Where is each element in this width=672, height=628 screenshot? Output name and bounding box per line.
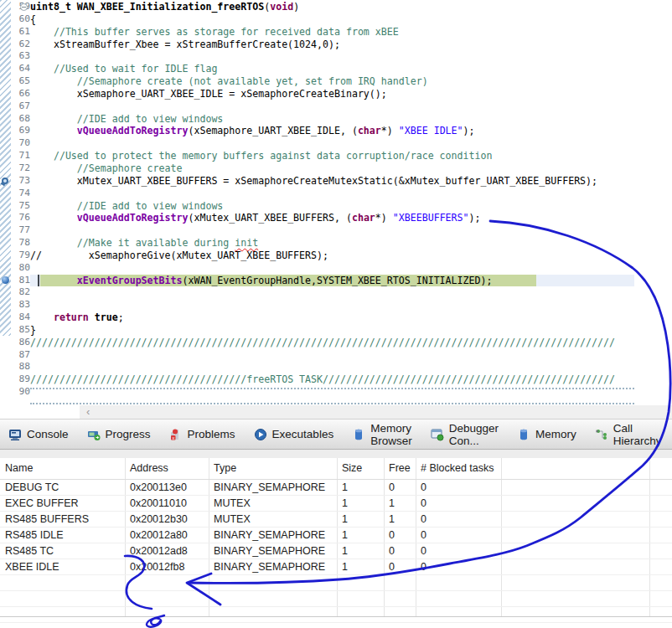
tab-label: Executables [272,428,334,440]
breakpoint-marker-icon[interactable] [2,276,9,284]
column-header[interactable]: Name [0,462,33,474]
table-cell: 0x200113e0 [125,481,187,493]
code-line[interactable]: 84 return true; [0,311,672,324]
table-cell: 1 [337,497,348,509]
code-line[interactable]: 76 vQueueAddToRegistry(xMutex_UART_XBEE_… [0,212,672,224]
code-line[interactable]: 68 //IDE add to view windows [0,113,672,126]
table-row[interactable]: RS485 IDLE0x20012a80BINARY_SEMAPHORE100 [0,528,672,543]
line-number: 68 [12,113,30,126]
code-line[interactable]: 80 [0,262,672,275]
table-cell: 0x20011010 [125,497,187,509]
table-cell: RS485 TC [0,545,54,557]
scroll-left-icon[interactable]: ‹ [86,405,90,419]
code-line[interactable]: 59uint8_t WAN_XBEE_Initialization_freeRT… [0,1,672,13]
code-line[interactable]: 89/////////////////////////////////////f… [0,373,672,386]
code-line[interactable]: 66 xSemaphore_UART_XBEE_IDLE = xSemaphor… [0,88,672,100]
code-line[interactable]: 70 [0,137,672,150]
code-text: vQueueAddToRegistry(xSemaphore_UART_XBEE… [30,125,475,137]
code-line[interactable]: 77 [0,224,672,237]
magnifier-marker-icon[interactable] [2,178,8,184]
line-number: 74 [12,188,30,200]
code-line[interactable]: 71 //Used to protect the memory buffers … [0,150,672,162]
line-number: 81 [12,275,30,287]
code-line[interactable]: 64 //Used to wait for IDLE flag [0,63,672,75]
tab-memory[interactable]: Memory [517,428,576,441]
code-line[interactable]: 87 [0,349,672,362]
tab-problems[interactable]: xProblems [169,428,235,441]
table-row[interactable]: DEBUG TC0x200113e0BINARY_SEMAPHORE100 [0,480,672,496]
table-row[interactable]: EXEC BUFFER0x20011010MUTEX110 [0,496,672,512]
line-number: 88 [12,361,30,373]
table-row[interactable]: RS485 BUFFERS0x20012b30MUTEX110 [0,512,672,528]
code-line[interactable]: 85} [0,324,672,337]
tab-call-hierarchy[interactable]: Call Hierarchy [595,422,662,447]
tab-memory-browser[interactable]: Memory Browser [352,422,412,447]
code-line[interactable]: 81 xEventGroupSetBits(xWAN_EventGroupHan… [0,275,672,287]
code-line[interactable]: 65 //Semaphore create (not available yet… [0,75,672,88]
tab-label: Progress [106,428,151,440]
svg-text:x: x [172,435,174,440]
column-header[interactable]: Type [209,462,236,474]
code-line[interactable]: 74 [0,188,672,200]
code-text: } [30,324,36,337]
line-number: 67 [12,100,30,113]
table-cell: 0 [384,545,395,557]
code-text: { [30,13,36,26]
column-header[interactable]: # Blocked tasks [416,462,494,474]
column-header[interactable]: Free [384,462,411,474]
table-cell: MUTEX [209,513,251,525]
line-number: 75 [12,200,30,213]
tab-executables[interactable]: Executables [254,428,334,441]
code-line[interactable]: 75 //IDE add to view windows [0,200,672,213]
table-row[interactable]: XBEE IDLE0x20012fb8BINARY_SEMAPHORE100 [0,559,672,575]
progress-icon [87,428,101,441]
code-line[interactable]: 60{ [0,13,672,26]
tab-label: Debugger Con... [449,422,499,447]
code-line[interactable]: 62 xStreamBuffer_Xbee = xStreamBufferCre… [0,39,672,51]
dotted-separator [30,403,634,404]
tab-progress[interactable]: Progress [87,428,151,441]
code-line[interactable]: 78 //Make it available during init [0,237,672,250]
code-editor[interactable]: 59uint8_t WAN_XBEE_Initialization_freeRT… [0,0,672,405]
horizontal-scrollbar[interactable]: ‹ [80,405,672,419]
code-line[interactable]: 72 //Semaphore create [0,162,672,175]
code-line[interactable]: 73 xMutex_UART_XBEE_BUFFERS = xSemaphore… [0,175,672,188]
table-cell: 0x20012a80 [125,529,188,541]
code-text: return true; [30,311,124,324]
code-lines: 59uint8_t WAN_XBEE_Initialization_freeRT… [0,1,672,399]
code-line[interactable]: 79// xSemaphoreGive(xMutex_UART_XBEE_BUF… [0,250,672,262]
memory-browser-icon [352,428,365,441]
table-cell: 0 [384,561,395,573]
table-cell: 1 [384,513,395,525]
code-text: xEventGroupSetBits(xWAN_EventGroupHandle… [30,275,492,287]
line-number: 78 [12,237,30,250]
table-cell: 1 [337,481,348,493]
code-line[interactable]: 82 [0,286,672,299]
line-number: 71 [12,150,30,162]
table-header-row: NameAddressTypeSizeFree# Blocked tasks [0,458,672,480]
line-number: 79 [12,250,30,262]
tab-debugger-con[interactable]: Debugger Con... [431,422,499,447]
memory-icon [517,428,530,441]
code-line[interactable]: 61 //This buffer serves as storage for r… [0,26,672,39]
column-header[interactable]: Address [125,462,168,474]
table-row[interactable]: RS485 TC0x20012ad8BINARY_SEMAPHORE100 [0,543,672,559]
freertos-queue-table[interactable]: NameAddressTypeSizeFree# Blocked tasksDE… [0,458,672,617]
magnifier-handle [1,183,5,187]
code-line[interactable]: 69 vQueueAddToRegistry(xSemaphore_UART_X… [0,125,672,137]
code-line[interactable]: 83 [0,299,672,311]
code-line[interactable]: 63 [0,50,672,63]
console-icon [8,428,22,441]
code-line[interactable]: 86//////////////////////////////////////… [0,337,672,349]
tab-label: Memory Browser [370,422,412,447]
line-number: 61 [12,26,30,39]
executables-icon [254,428,267,441]
code-line[interactable]: 88 [0,361,672,373]
table-cell: 0 [416,513,426,525]
fold-collapse-icon[interactable] [20,3,28,11]
code-line[interactable]: 67 [0,100,672,113]
column-header[interactable]: Size [337,462,362,474]
code-text: xMutex_UART_XBEE_BUFFERS = xSemaphoreCre… [30,175,597,188]
code-text: uint8_t WAN_XBEE_Initialization_freeRTOS… [30,1,299,13]
tab-console[interactable]: Console [8,428,69,441]
